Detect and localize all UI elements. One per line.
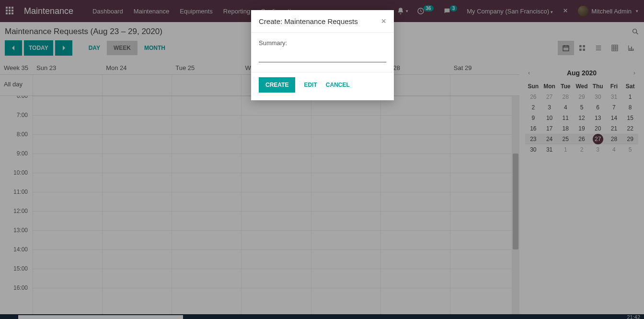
create-modal: Create: Maintenance Requests × Summary: … — [251, 10, 394, 100]
cancel-button[interactable]: CANCEL — [326, 82, 350, 88]
summary-label: Summary: — [259, 39, 386, 47]
modal-title: Create: Maintenance Requests — [259, 17, 358, 25]
summary-input[interactable] — [259, 51, 386, 62]
modal-close[interactable]: × — [381, 17, 386, 25]
edit-button[interactable]: EDIT — [304, 82, 317, 88]
create-button[interactable]: CREATE — [259, 77, 295, 93]
